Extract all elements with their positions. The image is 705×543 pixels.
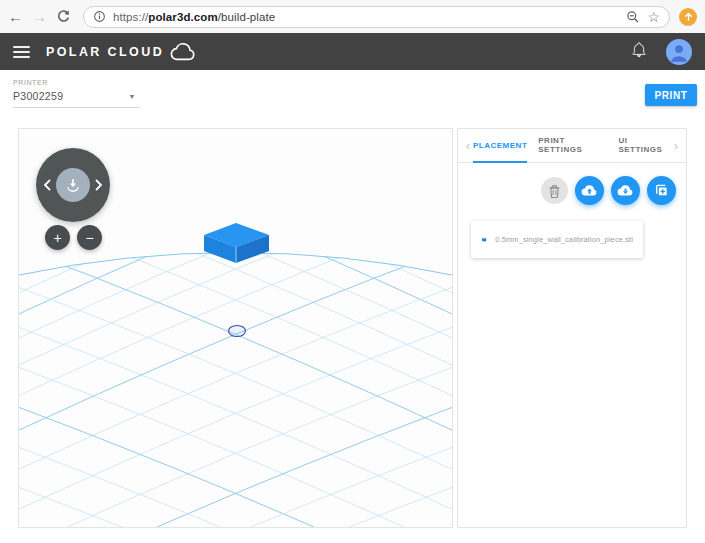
file-actions xyxy=(458,176,686,205)
cloud-download-button[interactable] xyxy=(611,176,640,205)
reload-icon[interactable] xyxy=(56,9,71,24)
reset-view-button[interactable] xyxy=(56,168,90,202)
rotate-left-icon[interactable] xyxy=(43,179,51,191)
extension-icon[interactable] xyxy=(679,8,697,26)
trash-icon xyxy=(548,184,561,198)
rotate-right-icon[interactable] xyxy=(95,179,103,191)
tab-ui-settings[interactable]: UI SETTINGS xyxy=(618,129,671,163)
add-file-button[interactable] xyxy=(647,176,676,205)
cloud-upload-icon xyxy=(581,184,598,197)
url-text: https://polar3d.com/build-plate xyxy=(113,11,619,23)
main-content: + − ‹ PLACEMENT PRINT SETTINGS UI SETTIN… xyxy=(0,128,705,528)
printer-label: PRINTER xyxy=(13,79,140,86)
cloud-logo-icon xyxy=(170,42,197,61)
polar-cloud-logo[interactable]: POLAR CLOUD xyxy=(46,42,197,61)
print-button[interactable]: PRINT xyxy=(645,84,697,106)
browser-toolbar: ← → https://polar3d.com/build-plate ☆ xyxy=(0,0,705,33)
zoom-out-page-icon[interactable] xyxy=(626,10,640,24)
page-info-icon[interactable] xyxy=(93,10,106,23)
printer-select[interactable]: PRINTER P3002259 ▾ xyxy=(13,79,140,108)
menu-icon[interactable] xyxy=(13,46,30,58)
forward-icon[interactable]: → xyxy=(32,9,47,24)
tabs-chevron-right-icon[interactable]: › xyxy=(671,139,681,153)
address-bar[interactable]: https://polar3d.com/build-plate ☆ xyxy=(83,6,670,28)
tabs-chevron-left-icon[interactable]: ‹ xyxy=(463,139,473,153)
printer-value: P3002259 xyxy=(13,90,63,102)
back-icon[interactable]: ← xyxy=(8,9,23,24)
delete-button[interactable] xyxy=(541,177,568,204)
dropdown-caret-icon: ▾ xyxy=(130,92,134,101)
stl-file-icon xyxy=(481,232,487,247)
bookmark-star-icon[interactable]: ☆ xyxy=(647,9,660,25)
orbit-control[interactable] xyxy=(36,148,110,222)
panel-tabs: ‹ PLACEMENT PRINT SETTINGS UI SETTINGS › xyxy=(458,129,686,163)
cloud-download-icon xyxy=(617,184,634,197)
notifications-bell-icon[interactable] xyxy=(632,42,646,62)
tab-print-settings[interactable]: PRINT SETTINGS xyxy=(538,129,607,163)
app-header: POLAR CLOUD xyxy=(0,33,705,70)
zoom-in-button[interactable]: + xyxy=(45,225,70,250)
logo-text: POLAR CLOUD xyxy=(46,45,164,59)
file-name: 0.5mm_single_wall_calibration_piece.stl xyxy=(495,235,633,244)
tab-placement[interactable]: PLACEMENT xyxy=(473,129,527,163)
plate-center-marker xyxy=(229,326,246,337)
file-list-item[interactable]: 0.5mm_single_wall_calibration_piece.stl xyxy=(471,221,643,258)
zoom-out-button[interactable]: − xyxy=(77,225,102,250)
build-plate-viewport[interactable]: + − xyxy=(18,128,453,528)
model-cube[interactable] xyxy=(204,223,269,263)
sub-toolbar: PRINTER P3002259 ▾ PRINT xyxy=(0,70,705,128)
cloud-upload-button[interactable] xyxy=(575,176,604,205)
settings-panel: ‹ PLACEMENT PRINT SETTINGS UI SETTINGS › xyxy=(457,128,687,528)
user-avatar[interactable] xyxy=(666,39,692,65)
library-add-icon xyxy=(654,183,669,198)
